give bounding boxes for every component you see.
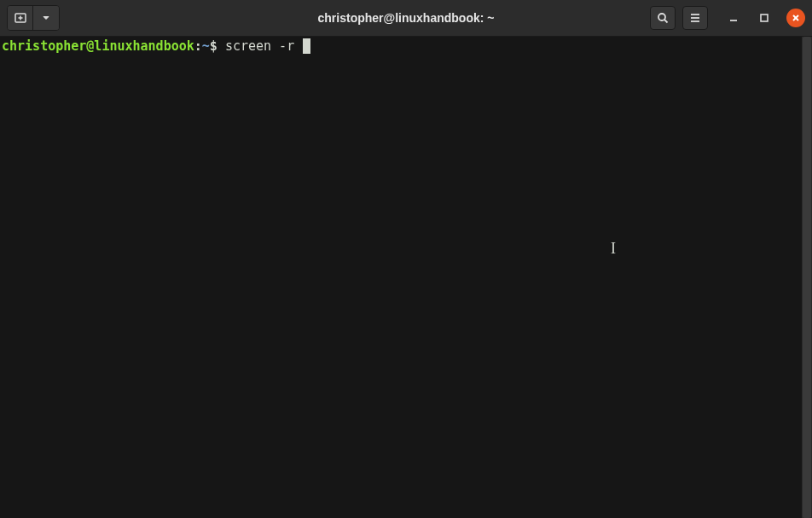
maximize-button[interactable] bbox=[756, 9, 773, 26]
new-tab-icon bbox=[14, 11, 27, 25]
close-button[interactable] bbox=[786, 9, 805, 27]
svg-rect-9 bbox=[761, 15, 768, 21]
command-text: screen -r bbox=[218, 38, 302, 55]
titlebar: christopher@linuxhandbook: ~ bbox=[0, 0, 812, 37]
minimize-button[interactable] bbox=[725, 9, 742, 26]
maximize-icon bbox=[759, 13, 769, 23]
search-button[interactable] bbox=[650, 6, 676, 30]
menu-button[interactable] bbox=[682, 6, 708, 30]
new-tab-button[interactable] bbox=[8, 6, 33, 30]
svg-point-3 bbox=[658, 14, 665, 20]
tab-dropdown-button[interactable] bbox=[33, 6, 59, 30]
chevron-down-icon bbox=[42, 14, 50, 22]
prompt-symbol: $ bbox=[210, 38, 218, 55]
terminal-cursor bbox=[303, 38, 310, 54]
hamburger-icon bbox=[688, 11, 702, 25]
titlebar-right-controls bbox=[650, 6, 805, 30]
svg-line-4 bbox=[664, 20, 668, 23]
search-icon bbox=[656, 11, 670, 25]
scrollbar-track[interactable] bbox=[802, 37, 812, 518]
window-title: christopher@linuxhandbook: ~ bbox=[318, 11, 495, 25]
minimize-icon bbox=[728, 13, 739, 23]
close-icon bbox=[792, 14, 800, 22]
prompt-line: christopher@linuxhandbook:~$ screen -r bbox=[2, 38, 800, 55]
tab-button-group bbox=[7, 5, 60, 31]
window-controls bbox=[725, 9, 805, 27]
prompt-separator: : bbox=[194, 38, 202, 55]
scrollbar-thumb[interactable] bbox=[803, 37, 811, 518]
prompt-user-host: christopher@linuxhandbook bbox=[2, 38, 194, 55]
prompt-path: ~ bbox=[202, 38, 210, 55]
terminal-area[interactable]: christopher@linuxhandbook:~$ screen -r bbox=[0, 37, 802, 518]
